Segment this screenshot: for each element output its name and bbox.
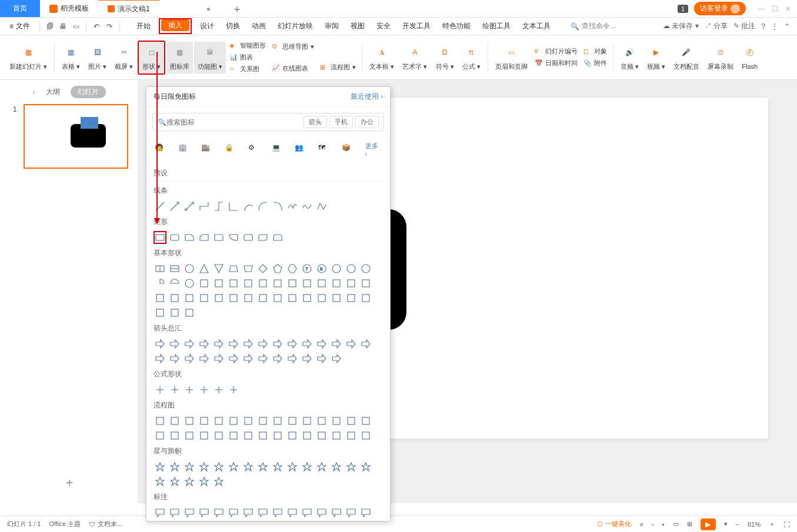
shape-elbow[interactable]	[198, 200, 211, 213]
shape-item[interactable]	[198, 460, 211, 473]
shape-item[interactable]	[227, 352, 240, 365]
shape-item[interactable]	[286, 262, 299, 275]
shape-curve2[interactable]	[256, 200, 269, 213]
menutab-security[interactable]: 安全	[371, 18, 396, 34]
search-command[interactable]: 🔍 查找命令...	[571, 21, 616, 31]
shape-item[interactable]	[227, 506, 240, 519]
menutab-review[interactable]: 审阅	[319, 18, 345, 34]
shape-item[interactable]	[301, 292, 314, 305]
attachment-button[interactable]: 📎附件	[581, 58, 609, 68]
funcimg-button[interactable]: 🏛功能图 ▾	[194, 42, 226, 73]
tab-outline[interactable]: 大纲	[46, 87, 60, 97]
mindmap-button[interactable]: ⊙思维导图 ▾	[269, 42, 316, 52]
shape-item[interactable]	[168, 262, 181, 275]
shape-item[interactable]	[227, 262, 240, 275]
shape-item[interactable]	[330, 277, 343, 290]
shape-item[interactable]	[183, 475, 196, 488]
cat-icon[interactable]: ⚙	[248, 143, 261, 156]
shape-item[interactable]	[315, 429, 328, 442]
iconlib-button[interactable]: ▦图标库	[166, 42, 193, 73]
shape-round-same[interactable]	[271, 231, 284, 244]
cat-icon[interactable]: 📦	[342, 143, 355, 156]
shape-rectangle[interactable]	[154, 231, 166, 244]
menutab-texttools[interactable]: 文本工具	[516, 18, 556, 34]
shape-item[interactable]	[271, 292, 284, 305]
shape-round-diag[interactable]	[256, 231, 269, 244]
shape-search-input[interactable]	[166, 118, 304, 126]
shape-item[interactable]	[315, 506, 328, 519]
login-button[interactable]: 访客登录	[694, 2, 746, 15]
shape-freeform2[interactable]	[315, 200, 328, 213]
shape-item[interactable]	[154, 337, 166, 350]
view-grid-icon[interactable]: ⊞	[687, 520, 692, 528]
shape-item[interactable]	[212, 414, 225, 427]
shape-item[interactable]	[256, 506, 269, 519]
view-reading-icon[interactable]: ▭	[673, 520, 679, 528]
table-button[interactable]: ▦表格 ▾	[58, 42, 84, 73]
shape-item[interactable]	[256, 337, 269, 350]
shape-item[interactable]	[330, 506, 343, 519]
shape-item[interactable]	[212, 277, 225, 290]
view-normal-icon[interactable]: ▫	[652, 521, 654, 528]
shape-item[interactable]	[212, 429, 225, 442]
shape-item[interactable]	[345, 414, 358, 427]
shape-item[interactable]	[227, 429, 240, 442]
print-icon[interactable]: 🖶	[58, 21, 68, 32]
menutab-devtools[interactable]: 开发工具	[396, 18, 436, 34]
shape-item[interactable]	[154, 383, 166, 396]
object-button[interactable]: ◻对象	[581, 46, 609, 56]
shape-item[interactable]	[168, 475, 181, 488]
shape-curve3[interactable]	[271, 200, 284, 213]
shape-item[interactable]	[301, 506, 314, 519]
shape-item[interactable]	[286, 429, 299, 442]
cat-icon[interactable]: 🏬	[201, 143, 214, 156]
menutab-special[interactable]: 特色功能	[436, 18, 476, 34]
shape-item[interactable]	[315, 352, 328, 365]
shape-item[interactable]	[227, 292, 240, 305]
shape-item[interactable]	[212, 352, 225, 365]
shape-item[interactable]	[212, 337, 225, 350]
shape-item[interactable]	[168, 506, 181, 519]
shape-item[interactable]	[154, 262, 166, 275]
shape-item[interactable]	[330, 460, 343, 473]
shape-item[interactable]	[168, 414, 181, 427]
shape-item[interactable]	[154, 352, 166, 365]
shape-item[interactable]	[315, 337, 328, 350]
save-icon[interactable]: 🗐	[45, 21, 55, 32]
shape-rounded-rect[interactable]	[168, 231, 181, 244]
zoom-in-icon[interactable]: ＋	[769, 520, 775, 528]
shape-item[interactable]	[198, 414, 211, 427]
shape-item[interactable]	[154, 414, 166, 427]
shape-item[interactable]	[345, 460, 358, 473]
shape-item[interactable]	[286, 414, 299, 427]
shape-item[interactable]	[183, 506, 196, 519]
shape-elbow2[interactable]	[212, 200, 225, 213]
shape-item[interactable]	[256, 277, 269, 290]
shape-item[interactable]	[271, 277, 284, 290]
shape-item[interactable]	[256, 414, 269, 427]
shape-item[interactable]	[183, 429, 196, 442]
view-sorter-icon[interactable]: ▪	[662, 521, 665, 528]
shape-item[interactable]	[198, 292, 211, 305]
shape-item[interactable]	[154, 521, 166, 521]
slidenumber-button[interactable]: #幻灯片编号	[532, 46, 580, 56]
shape-item[interactable]	[330, 429, 343, 442]
shape-item[interactable]	[154, 429, 166, 442]
shape-item[interactable]	[183, 460, 196, 473]
shape-item[interactable]	[301, 337, 314, 350]
shape-item[interactable]	[315, 292, 328, 305]
shape-item[interactable]	[256, 352, 269, 365]
shape-scribble[interactable]	[301, 200, 314, 213]
shape-item[interactable]	[183, 352, 196, 365]
shape-search[interactable]: 🔍 箭头 手机 办公	[152, 113, 384, 131]
shape-line-double[interactable]	[183, 200, 196, 213]
menutab-design[interactable]: 设计	[194, 18, 220, 34]
shape-item[interactable]	[256, 292, 269, 305]
shape-snip2[interactable]	[198, 231, 211, 244]
shape-item[interactable]	[359, 414, 372, 427]
wordart-button[interactable]: A艺术字 ▾	[399, 42, 431, 73]
shape-item[interactable]	[271, 352, 284, 365]
tab-add-icon[interactable]: ＋	[232, 2, 242, 16]
shape-item[interactable]	[212, 292, 225, 305]
video-button[interactable]: ▶视频 ▾	[643, 42, 669, 73]
